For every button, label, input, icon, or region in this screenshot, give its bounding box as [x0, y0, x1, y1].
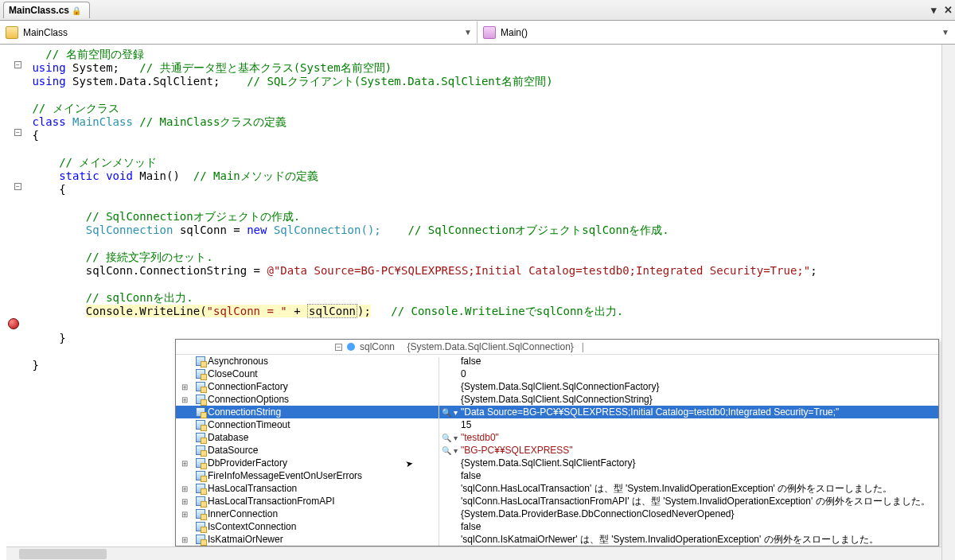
property-icon — [193, 356, 208, 366]
property-icon — [193, 407, 208, 417]
expand-icon[interactable]: ⊞ — [176, 459, 193, 468]
property-value: "Data Source=BG-PC¥¥SQLEXPRESS;Initial C… — [461, 406, 938, 418]
expand-icon[interactable]: ⊞ — [176, 395, 193, 404]
watch-row[interactable]: Database🔍 ▾"testdb0" — [176, 431, 938, 444]
code-text: // 名前空間の登録 using System; // 共通データ型と基本クラス… — [24, 45, 955, 372]
watch-row[interactable]: ⊞DbProviderFactory{System.Data.SqlClient… — [176, 457, 938, 469]
property-value: false — [461, 356, 938, 367]
watch-row[interactable]: FireInfoMessageEventOnUserErrorsfalse — [176, 469, 938, 482]
fold-icon[interactable]: − — [14, 183, 21, 190]
file-tab[interactable]: MainClass.cs 🔒 — [3, 2, 90, 18]
property-name: DbProviderFactory — [208, 457, 439, 469]
watch-row[interactable]: ⊞InnerConnection{System.Data.ProviderBas… — [176, 508, 938, 520]
property-name: Asynchronous — [208, 356, 439, 367]
property-icon — [193, 420, 208, 430]
property-icon — [193, 433, 208, 442]
watch-row[interactable]: ⊞ConnectionFactory{System.Data.SqlClient… — [176, 380, 938, 393]
value-visualizer-icon[interactable]: 🔍 ▾ — [439, 434, 461, 442]
property-value: {System.Data.SqlClient.SqlConnectionFact… — [461, 381, 938, 392]
property-name: DataSource — [208, 445, 439, 456]
property-icon — [193, 458, 208, 468]
property-name: HasLocalTransaction — [208, 483, 439, 494]
lock-icon: 🔒 — [72, 6, 81, 15]
property-icon — [193, 395, 208, 404]
gutter: − − − — [0, 45, 24, 560]
code-editor[interactable]: − − − // 名前空間の登録 using System; // 共通データ型… — [0, 45, 955, 560]
property-value: 'sqlConn.IsKatmaiOrNewer' は、型 'System.In… — [461, 533, 938, 546]
property-value: 'sqlConn.HasLocalTransaction' は、型 'Syste… — [461, 482, 938, 496]
property-icon — [193, 484, 208, 493]
expand-icon[interactable]: ⊞ — [176, 510, 193, 519]
tab-filename: MainClass.cs — [9, 5, 69, 16]
property-value: {System.Data.ProviderBase.DbConnectionCl… — [461, 508, 938, 519]
watch-row[interactable]: ⊞IsKatmaiOrNewer'sqlConn.IsKatmaiOrNewer… — [176, 533, 938, 546]
chevron-down-icon: ▼ — [464, 28, 472, 37]
fold-icon[interactable]: − — [14, 61, 21, 68]
fold-icon[interactable]: − — [14, 129, 21, 136]
property-name: IsKatmaiOrNewer — [208, 534, 439, 545]
property-name: IsContextConnection — [208, 521, 439, 532]
expand-icon[interactable]: ⊞ — [176, 497, 193, 506]
property-icon — [193, 445, 208, 455]
property-name: ConnectionFactory — [208, 381, 439, 392]
property-icon — [193, 535, 208, 544]
property-value: {System.Data.SqlClient.SqlConnectionStri… — [461, 394, 938, 405]
watch-row[interactable]: ConnectionTimeout15 — [176, 418, 938, 431]
property-value: {System.Data.SqlClient.SqlClientFactory} — [461, 457, 938, 469]
breakpoint-icon[interactable] — [8, 318, 19, 329]
watch-row[interactable]: DataSource🔍 ▾"BG-PC¥¥SQLEXPRESS" — [176, 444, 938, 457]
value-visualizer-icon[interactable]: 🔍 ▾ — [439, 446, 461, 455]
class-label: MainClass — [23, 27, 68, 38]
dropdown-icon[interactable]: ▾ — [926, 4, 941, 16]
class-icon — [6, 26, 18, 39]
method-label: Main() — [501, 27, 528, 38]
watch-row[interactable]: Asynchronousfalse — [176, 355, 938, 368]
property-icon — [193, 496, 208, 506]
watch-row[interactable]: ⊞HasLocalTransactionFromAPI'sqlConn.HasL… — [176, 495, 938, 508]
property-name: InnerConnection — [208, 508, 439, 519]
property-value: 15 — [461, 419, 938, 430]
property-name: Database — [208, 432, 439, 443]
watch-var-type: {System.Data.SqlClient.SqlConnection} — [407, 341, 573, 352]
expand-icon[interactable]: ⊞ — [176, 383, 193, 391]
property-value: 'sqlConn.HasLocalTransactionFromAPI' は、型… — [461, 495, 938, 508]
property-name: HasLocalTransactionFromAPI — [208, 496, 439, 507]
watch-row[interactable]: CloseCount0 — [176, 368, 938, 380]
property-name: FireInfoMessageEventOnUserErrors — [208, 470, 439, 481]
vertical-scrollbar[interactable] — [941, 45, 955, 560]
method-icon — [483, 26, 496, 39]
property-name: CloseCount — [208, 368, 439, 379]
expand-icon[interactable]: ⊞ — [176, 484, 193, 493]
property-value: 0 — [461, 368, 938, 379]
nav-bar: MainClass ▼ Main() ▼ — [0, 21, 955, 45]
property-icon — [193, 369, 208, 379]
property-value: "BG-PC¥¥SQLEXPRESS" — [461, 445, 938, 456]
property-icon — [193, 382, 208, 391]
watch-rows: AsynchronousfalseCloseCount0⊞ConnectionF… — [176, 355, 938, 546]
expand-icon[interactable]: ⊞ — [176, 535, 193, 544]
property-name: ConnectionString — [208, 406, 439, 418]
close-icon[interactable]: ✕ — [941, 4, 955, 16]
watch-row[interactable]: ⊞HasLocalTransaction'sqlConn.HasLocalTra… — [176, 482, 938, 495]
property-name: ConnectionOptions — [208, 394, 439, 405]
method-selector[interactable]: Main() ▼ — [477, 21, 955, 44]
property-value: false — [461, 470, 938, 481]
watch-header: − sqlConn {System.Data.SqlClient.SqlConn… — [176, 340, 938, 355]
property-icon — [193, 471, 208, 480]
debug-watch-popup: − sqlConn {System.Data.SqlClient.SqlConn… — [175, 339, 939, 546]
watch-row[interactable]: ⊞ConnectionOptions{System.Data.SqlClient… — [176, 393, 938, 406]
chevron-down-icon: ▼ — [941, 28, 949, 37]
property-icon — [193, 509, 208, 519]
collapse-icon[interactable]: − — [335, 344, 342, 351]
tab-bar: MainClass.cs 🔒 ▾ ✕ — [0, 0, 955, 21]
value-visualizer-icon[interactable]: 🔍 ▾ — [439, 408, 461, 417]
class-selector[interactable]: MainClass ▼ — [0, 21, 477, 44]
property-value: "testdb0" — [461, 432, 938, 443]
property-icon — [193, 522, 208, 531]
watch-row[interactable]: ConnectionString🔍 ▾"Data Source=BG-PC¥¥S… — [176, 406, 938, 418]
property-value: false — [461, 521, 938, 532]
horizontal-scrollbar[interactable] — [6, 546, 949, 560]
watch-var-name: sqlConn — [360, 341, 395, 352]
watch-row[interactable]: IsContextConnectionfalse — [176, 520, 938, 533]
variable-icon — [347, 343, 355, 351]
